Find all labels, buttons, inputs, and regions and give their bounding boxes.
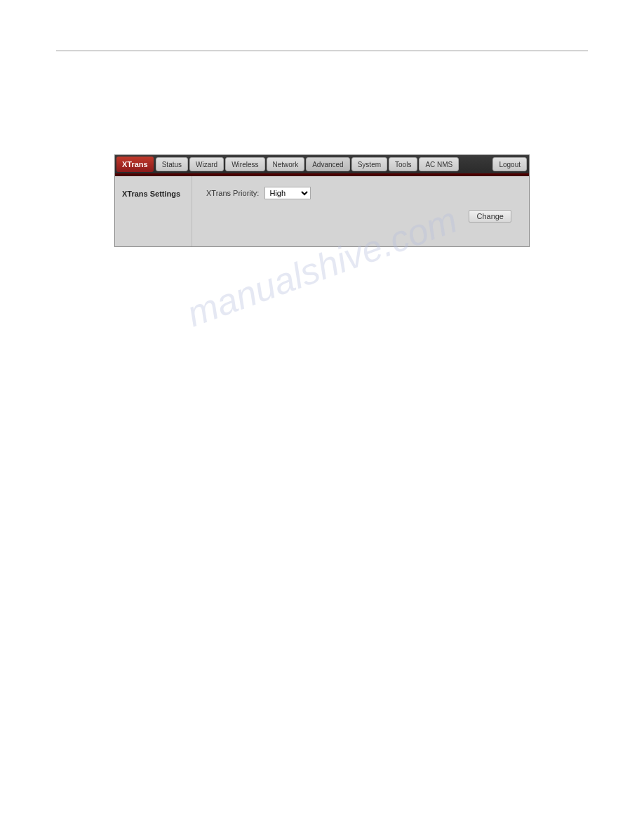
- sidebar-item-xtrans-settings[interactable]: XTrans Settings: [122, 187, 185, 201]
- priority-select[interactable]: High Medium Low: [264, 187, 311, 199]
- top-rule: [56, 51, 588, 51]
- change-button[interactable]: Change: [469, 210, 511, 223]
- content-area: XTrans Settings XTrans Priority: High Me…: [115, 176, 529, 246]
- tab-advanced[interactable]: Advanced: [306, 157, 349, 171]
- logout-button[interactable]: Logout: [492, 157, 527, 171]
- priority-label: XTrans Priority:: [206, 189, 259, 197]
- main-content: XTrans Priority: High Medium Low Change: [192, 176, 529, 246]
- tab-status[interactable]: Status: [156, 157, 188, 171]
- bottom-row: Change: [206, 206, 515, 228]
- priority-form-row: XTrans Priority: High Medium Low: [206, 187, 515, 199]
- router-panel: XTrans Status Wizard Wireless Network Ad…: [114, 154, 530, 247]
- tab-system[interactable]: System: [351, 157, 387, 171]
- tab-wizard[interactable]: Wizard: [189, 157, 224, 171]
- nav-brand[interactable]: XTrans: [116, 157, 154, 172]
- nav-bar: XTrans Status Wizard Wireless Network Ad…: [115, 155, 529, 173]
- page-wrapper: XTrans Status Wizard Wireless Network Ad…: [0, 0, 644, 834]
- tab-tools[interactable]: Tools: [389, 157, 417, 171]
- sidebar: XTrans Settings: [115, 176, 192, 246]
- tab-wireless[interactable]: Wireless: [225, 157, 264, 171]
- tab-ac-nms[interactable]: AC NMS: [419, 157, 459, 171]
- tab-network[interactable]: Network: [267, 157, 305, 171]
